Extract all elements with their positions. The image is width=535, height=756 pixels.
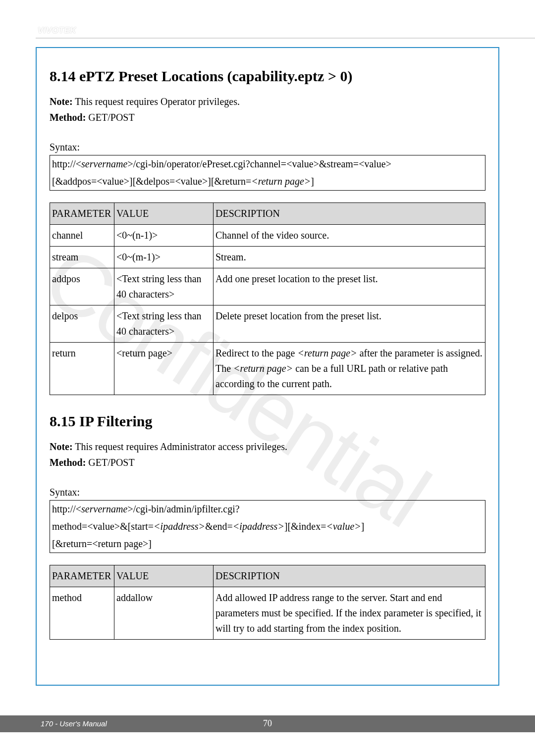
syntax-label-2: Syntax: xyxy=(50,484,485,500)
syntax-text: [&return=<return page>] xyxy=(52,538,152,549)
syntax-text: ] xyxy=(311,176,314,187)
table-row: stream <0~(m-1)> Stream. xyxy=(50,247,485,268)
syntax-row: [&return=<return page>] xyxy=(50,535,485,553)
th-description: DESCRIPTION xyxy=(214,565,485,587)
cell-param: channel xyxy=(50,225,114,247)
section-title-ipfilter: 8.15 IP Filtering xyxy=(50,413,485,430)
syntax-label-1: Syntax: xyxy=(50,139,485,155)
header-bar: VIVOTEK xyxy=(36,24,535,39)
method-line-1: Method: GET/POST xyxy=(50,109,485,125)
table-header-row: PARAMETER VALUE DESCRIPTION xyxy=(50,203,485,225)
note-label: Note: xyxy=(50,96,73,107)
syntax-text-italic: <ipaddress> xyxy=(233,521,284,532)
cell-param: addpos xyxy=(50,268,114,305)
cell-param: return xyxy=(50,343,114,395)
content-frame: Confidential 8.14 ePTZ Preset Locations … xyxy=(36,47,499,686)
cell-param: method xyxy=(50,587,114,640)
cell-value: <return page> xyxy=(114,343,214,395)
method-text: GET/POST xyxy=(86,112,134,123)
method-label: Method: xyxy=(50,457,86,468)
table-header-row: PARAMETER VALUE DESCRIPTION xyxy=(50,565,485,587)
syntax-text: &end= xyxy=(205,521,233,532)
cell-param: stream xyxy=(50,247,114,268)
syntax-text: method=<value>&[start= xyxy=(52,521,154,532)
th-parameter: PARAMETER xyxy=(50,203,114,225)
desc-text-italic: <return page> xyxy=(233,363,293,374)
syntax-text-italic: <value> xyxy=(326,521,361,532)
page: VIVOTEK Confidential 8.14 ePTZ Preset Lo… xyxy=(0,0,535,756)
table-row: method addallow Add allowed IP address r… xyxy=(50,587,485,640)
footer-bar: 170 - User's Manual 70 xyxy=(0,715,535,732)
note-line-1: Note: This request requires Operator pri… xyxy=(50,94,485,109)
cell-value: addallow xyxy=(114,587,214,640)
syntax-text-italic: servername xyxy=(81,504,127,514)
syntax-row: http://<servername>/cgi-bin/admin/ipfilt… xyxy=(50,501,485,518)
cell-desc: Add allowed IP address range to the serv… xyxy=(214,587,485,640)
syntax-row: [&addpos=<value>][&delpos=<value>][&retu… xyxy=(50,173,485,190)
syntax-row: http://<servername>/cgi-bin/operator/ePr… xyxy=(50,155,485,173)
method-text: GET/POST xyxy=(86,457,134,468)
table-row: addpos <Text string less than 40 charact… xyxy=(50,268,485,305)
syntax-text: [&addpos=<value>][&delpos=<value>][&retu… xyxy=(52,176,251,187)
cell-desc: Stream. xyxy=(214,247,485,268)
syntax-row: method=<value>&[start=<ipaddress>&end=<i… xyxy=(50,518,485,535)
th-value: VALUE xyxy=(114,565,214,587)
cell-desc: Delete preset location from the preset l… xyxy=(214,305,485,343)
brand-logo: VIVOTEK xyxy=(38,26,76,36)
table-row: delpos <Text string less than 40 charact… xyxy=(50,305,485,343)
syntax-text: >/cgi-bin/admin/ipfilter.cgi? xyxy=(127,504,239,514)
note-label: Note: xyxy=(50,441,73,452)
syntax-text: >/cgi-bin/operator/ePreset.cgi?channel=<… xyxy=(127,158,391,169)
cell-value: <0~(n-1)> xyxy=(114,225,214,247)
syntax-text: ] xyxy=(361,521,365,532)
th-parameter: PARAMETER xyxy=(50,565,114,587)
cell-value: <0~(m-1)> xyxy=(114,247,214,268)
footer-page-number: 70 xyxy=(0,718,535,729)
syntax-text: http://< xyxy=(52,158,81,169)
desc-text: Redirect to the page xyxy=(215,348,298,358)
table-row: channel <0~(n-1)> Channel of the video s… xyxy=(50,225,485,247)
syntax-text-italic: servername xyxy=(81,158,127,169)
note-text: This request requires Operator privilege… xyxy=(73,96,240,107)
cell-desc: Add one preset location to the preset li… xyxy=(214,268,485,305)
th-description: DESCRIPTION xyxy=(214,203,485,225)
method-label: Method: xyxy=(50,112,86,123)
params-table-1: PARAMETER VALUE DESCRIPTION channel <0~(… xyxy=(50,202,485,395)
th-value: VALUE xyxy=(114,203,214,225)
cell-param: delpos xyxy=(50,305,114,343)
cell-value: <Text string less than 40 characters> xyxy=(114,305,214,343)
note-line-2: Note: This request requires Administrato… xyxy=(50,439,485,454)
cell-value: <Text string less than 40 characters> xyxy=(114,268,214,305)
syntax-box-2: http://<servername>/cgi-bin/admin/ipfilt… xyxy=(50,500,485,553)
syntax-text: ][&index= xyxy=(284,521,326,532)
syntax-text: http://< xyxy=(52,504,81,514)
syntax-text-italic: <ipaddress> xyxy=(154,521,205,532)
syntax-text-italic: <return page> xyxy=(251,176,311,187)
desc-text-italic: <return page> xyxy=(298,348,357,358)
section-title-eptz: 8.14 ePTZ Preset Locations (capability.e… xyxy=(50,68,485,85)
content-body: 8.14 ePTZ Preset Locations (capability.e… xyxy=(50,68,485,640)
note-text: This request requires Administrator acce… xyxy=(73,441,287,452)
cell-desc: Channel of the video source. xyxy=(214,225,485,247)
syntax-box-1: http://<servername>/cgi-bin/operator/ePr… xyxy=(50,155,485,191)
table-row: return <return page> Redirect to the pag… xyxy=(50,343,485,395)
params-table-2: PARAMETER VALUE DESCRIPTION method addal… xyxy=(50,565,485,640)
cell-desc: Redirect to the page <return page> after… xyxy=(214,343,485,395)
method-line-2: Method: GET/POST xyxy=(50,454,485,470)
